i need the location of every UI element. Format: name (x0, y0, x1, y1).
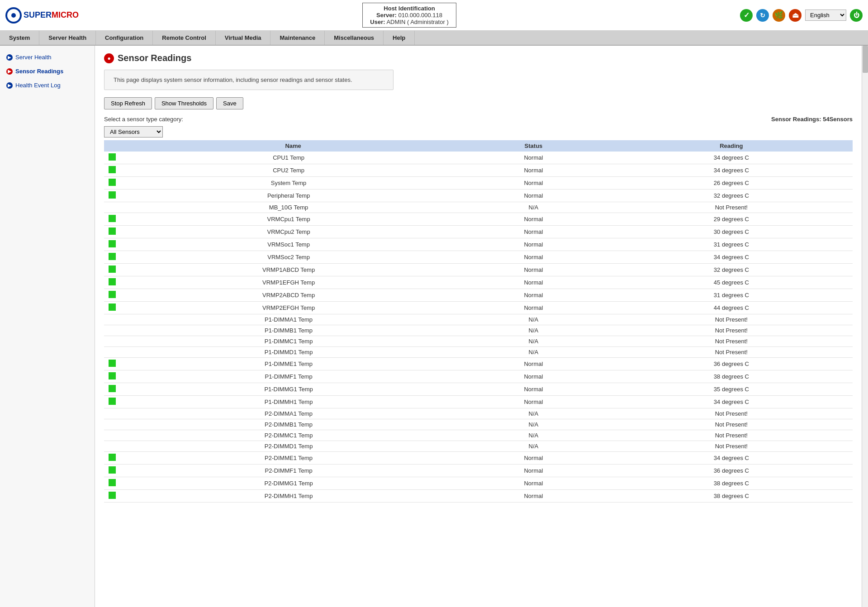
sensor-reading: 34 degrees C (610, 152, 853, 164)
status-indicator (109, 253, 116, 260)
language-select[interactable]: EnglishJapaneseChinese (805, 9, 846, 21)
table-header-row: NameStatusReading (104, 140, 853, 152)
power-icon[interactable]: ⏻ (850, 9, 863, 22)
sensor-status: N/A (457, 430, 610, 441)
sensor-status: N/A (457, 314, 610, 325)
stop-refresh-button[interactable]: Stop Refresh (104, 97, 152, 109)
server-ip: 010.000.000.118 (398, 12, 442, 19)
status-indicator (109, 385, 116, 392)
table-row: P2-DIMMG1 TempNormal38 degrees C (104, 477, 853, 490)
sensor-status: N/A (457, 347, 610, 358)
table-row: P1-DIMMB1 TempN/ANot Present! (104, 325, 853, 336)
nav-item-remote-control[interactable]: Remote Control (153, 31, 216, 45)
table-row: P1-DIMMA1 TempN/ANot Present! (104, 314, 853, 325)
col-header-reading: Reading (610, 140, 853, 152)
nav-item-configuration[interactable]: Configuration (96, 31, 153, 45)
table-row: P1-DIMME1 TempNormal36 degrees C (104, 358, 853, 370)
sensor-reading: Not Present! (610, 202, 853, 213)
nav-item-help[interactable]: Help (384, 31, 415, 45)
sensor-name: CPU2 Temp (120, 164, 457, 177)
status-indicator (109, 266, 116, 273)
sensor-status: N/A (457, 408, 610, 419)
sensor-status: Normal (457, 383, 610, 396)
sensor-status: Normal (457, 276, 610, 289)
save-button[interactable]: Save (216, 97, 243, 109)
scrollbar-thumb[interactable] (863, 46, 868, 73)
indicator-cell (104, 441, 120, 452)
sidebar-item-label: Sensor Readings (15, 68, 63, 75)
table-row: P2-DIMMH1 TempNormal38 degrees C (104, 490, 853, 503)
sensor-status: Normal (457, 177, 610, 190)
logo-text: SUPERMICRO (24, 10, 79, 20)
sensor-reading: 26 degrees C (610, 177, 853, 190)
nav-item-miscellaneous[interactable]: Miscellaneous (325, 31, 384, 45)
table-row: P2-DIMME1 TempNormal34 degrees C (104, 452, 853, 465)
show-thresholds-button[interactable]: Show Thresholds (155, 97, 213, 109)
page-title: Sensor Readings (118, 53, 191, 63)
indicator-cell (104, 213, 120, 226)
sidebar-item-sensor-readings[interactable]: ▶Sensor Readings (0, 64, 95, 78)
sensor-status: Normal (457, 152, 610, 164)
col-header-indicator (104, 140, 120, 152)
host-id-label: Host Identification (370, 5, 448, 12)
main-layout: ▶Server Health▶Sensor Readings▶Health Ev… (0, 46, 868, 607)
sensor-table: NameStatusReading CPU1 TempNormal34 degr… (104, 140, 853, 503)
table-row: CPU1 TempNormal34 degrees C (104, 152, 853, 164)
sidebar: ▶Server Health▶Sensor Readings▶Health Ev… (0, 46, 95, 607)
col-header-status: Status (457, 140, 610, 152)
status-indicator (109, 228, 116, 235)
table-row: MB_10G TempN/ANot Present! (104, 202, 853, 213)
user-line: User: ADMIN ( Administrator ) (370, 19, 448, 25)
sensor-status: Normal (457, 490, 610, 503)
logout-icon[interactable]: ⏏ (789, 9, 802, 22)
navigation-bar: SystemServer HealthConfigurationRemote C… (0, 31, 868, 46)
sensor-name: VRMSoc1 Temp (120, 238, 457, 251)
table-row: VRMCpu2 TempNormal30 degrees C (104, 226, 853, 238)
sensor-status: Normal (457, 452, 610, 465)
table-row: P1-DIMMH1 TempNormal34 degrees C (104, 396, 853, 408)
sidebar-item-server-health[interactable]: ▶Server Health (0, 50, 95, 64)
sidebar-item-health-event-log[interactable]: ▶Health Event Log (0, 78, 95, 92)
sensor-name: VRMSoc2 Temp (120, 251, 457, 264)
indicator-cell (104, 430, 120, 441)
sensor-reading: 45 degrees C (610, 276, 853, 289)
table-row: Peripheral TempNormal32 degrees C (104, 190, 853, 202)
status-indicator (109, 360, 116, 367)
sensor-reading: 32 degrees C (610, 264, 853, 276)
sensor-reading: 34 degrees C (610, 396, 853, 408)
sensor-status: Normal (457, 465, 610, 477)
sidebar-item-label: Server Health (15, 54, 51, 61)
refresh-icon[interactable]: ↻ (756, 9, 769, 22)
page-header-icon: ● (104, 53, 114, 63)
status-indicator (109, 398, 116, 405)
indicator-cell (104, 383, 120, 396)
table-row: P2-DIMMF1 TempNormal36 degrees C (104, 465, 853, 477)
nav-item-virtual-media[interactable]: Virtual Media (216, 31, 271, 45)
leaf-icon[interactable]: 🌿 (773, 9, 785, 22)
table-row: P1-DIMMC1 TempN/ANot Present! (104, 336, 853, 347)
indicator-cell (104, 490, 120, 503)
sensor-name: VRMP1EFGH Temp (120, 276, 457, 289)
sidebar-arrow-icon: ▶ (6, 54, 13, 61)
nav-item-server-health[interactable]: Server Health (39, 31, 96, 45)
sensor-dropdown: All Sensors (104, 126, 853, 138)
sensor-status: Normal (457, 358, 610, 370)
sensor-status: Normal (457, 238, 610, 251)
indicator-cell (104, 238, 120, 251)
sensor-table-body: CPU1 TempNormal34 degrees CCPU2 TempNorm… (104, 152, 853, 503)
sensor-name: P1-DIMME1 Temp (120, 358, 457, 370)
sensor-name: P1-DIMMH1 Temp (120, 396, 457, 408)
scrollbar-track[interactable] (862, 46, 868, 607)
sensor-reading: 31 degrees C (610, 238, 853, 251)
sensor-name: P2-DIMMG1 Temp (120, 477, 457, 490)
sensor-reading: Not Present! (610, 408, 853, 419)
status-indicator (109, 215, 116, 222)
sensor-name: P1-DIMMG1 Temp (120, 383, 457, 396)
table-row: VRMP1ABCD TempNormal32 degrees C (104, 264, 853, 276)
nav-item-system[interactable]: System (0, 31, 39, 45)
nav-item-maintenance[interactable]: Maintenance (270, 31, 325, 45)
table-row: P2-DIMMA1 TempN/ANot Present! (104, 408, 853, 419)
sensor-type-select[interactable]: All Sensors (104, 126, 163, 138)
sensor-status: Normal (457, 477, 610, 490)
status-indicator (109, 179, 116, 186)
